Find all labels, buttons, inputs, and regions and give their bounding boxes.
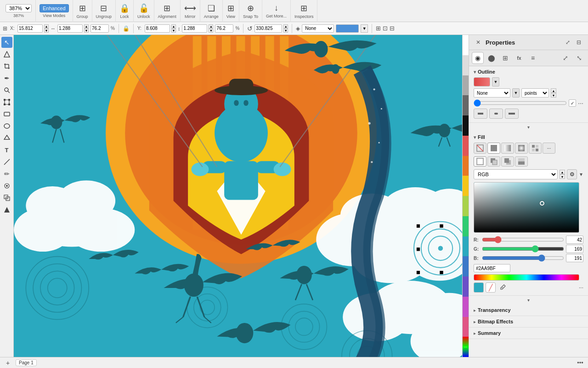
outline-color-dd-button[interactable]: ▼: [492, 77, 499, 86]
panel-widen-button[interactable]: ⤢: [560, 52, 571, 64]
swatch-orange[interactable]: [463, 156, 469, 176]
color-model-up-button[interactable]: ▲: [560, 170, 565, 174]
pen-tool-button[interactable]: ✒: [1, 73, 12, 84]
y-down-button[interactable]: ▼: [171, 29, 176, 33]
outline-sync-button[interactable]: ✓: [569, 99, 576, 107]
paint-tool-button[interactable]: [1, 180, 12, 191]
transform-tool-button[interactable]: [1, 97, 12, 108]
swatch-magenta[interactable]: [463, 297, 469, 317]
fill-current-swatch[interactable]: [474, 282, 484, 293]
panel-collapse-button[interactable]: ⊟: [574, 38, 583, 47]
y-input[interactable]: [145, 24, 170, 33]
rotate-input[interactable]: [254, 24, 282, 33]
outline-unit-down-button[interactable]: ▼: [551, 93, 556, 98]
swatch-green[interactable]: [463, 216, 469, 236]
width-up-button[interactable]: ▲: [84, 24, 89, 29]
alignment-button[interactable]: ⊞ Alignment: [154, 0, 181, 22]
transparency-section[interactable]: ▸ Transparency: [469, 305, 588, 316]
color-gradient[interactable]: [474, 182, 579, 233]
height-input[interactable]: [182, 24, 207, 33]
width-input[interactable]: [57, 24, 83, 33]
cap-round-button[interactable]: [489, 109, 503, 119]
fill-none-button[interactable]: [474, 143, 486, 154]
pointer-tool-button[interactable]: ↖: [1, 37, 12, 48]
b-input[interactable]: [566, 254, 583, 262]
ungroup-button[interactable]: ⊟ Ungroup: [92, 0, 116, 22]
pixel-icon[interactable]: ⊡: [383, 25, 388, 32]
color-settings-button[interactable]: ⚙: [567, 169, 577, 179]
rotate-up-button[interactable]: ▲: [283, 24, 288, 29]
fill-sub-evenodd-button[interactable]: [487, 156, 500, 167]
fill-sub-alt1-button[interactable]: [501, 156, 514, 167]
inspectors-button[interactable]: ⊞ Inspectors: [291, 0, 318, 22]
swatch-black[interactable]: [463, 115, 469, 136]
fill-radial-button[interactable]: [515, 143, 528, 154]
width-down-button[interactable]: ▼: [84, 29, 89, 33]
x-down-button[interactable]: ▼: [44, 29, 49, 33]
transform-options-icon[interactable]: ⊞: [376, 25, 381, 32]
height-spinner[interactable]: ▲ ▼: [209, 24, 213, 33]
text-tool-button[interactable]: T: [1, 144, 12, 155]
swatch-gray[interactable]: [463, 75, 469, 96]
outline-width-slider[interactable]: [474, 100, 567, 106]
swatch-pink[interactable]: [463, 317, 469, 337]
rect-tool-button[interactable]: [1, 109, 12, 120]
add-page-button[interactable]: +: [4, 359, 12, 367]
arrange-button[interactable]: ❏ Arrange: [200, 0, 223, 22]
fill-flat-button[interactable]: [487, 143, 500, 154]
swatch-darkgray[interactable]: [463, 95, 469, 115]
height-up-button[interactable]: ▲: [209, 24, 213, 29]
fill-color-swatch-toolbar[interactable]: [336, 24, 359, 33]
spectrum-bar[interactable]: [474, 274, 579, 281]
group-button[interactable]: ⊞ Group: [73, 0, 92, 22]
bitmap-effects-section[interactable]: ▸ Bitmap Effects: [469, 316, 588, 328]
outline-unit-spinner[interactable]: ▲ ▼: [551, 88, 556, 98]
x-up-button[interactable]: ▲: [44, 24, 49, 29]
eyedropper-button[interactable]: [498, 282, 508, 293]
swatch-red[interactable]: [463, 136, 469, 156]
swatch-teal[interactable]: [463, 236, 469, 257]
export-tab[interactable]: ≡: [527, 52, 539, 64]
outline-section-header[interactable]: ▾ Outline: [474, 69, 583, 75]
panel-close-button[interactable]: ✕: [474, 38, 483, 47]
swatch-purple[interactable]: [463, 276, 469, 297]
node-tool-button[interactable]: [1, 49, 12, 60]
canvas-area[interactable]: [14, 35, 469, 357]
outline-type-select[interactable]: None: [474, 88, 510, 98]
width-spinner[interactable]: ▲ ▼: [84, 24, 89, 33]
y-spinner[interactable]: ▲ ▼: [171, 24, 176, 33]
fill-linear-button[interactable]: [501, 143, 514, 154]
fill-more-types-button[interactable]: ···: [543, 143, 555, 154]
outline-type-dd-button[interactable]: ▼: [512, 88, 520, 98]
height-pct-input[interactable]: [215, 24, 233, 33]
crop-tool-button[interactable]: [1, 61, 12, 72]
pencil-tool-button[interactable]: ✏: [1, 168, 12, 179]
fill-bitmap-button[interactable]: [529, 143, 542, 154]
snapping-icon[interactable]: ⊟: [390, 25, 395, 32]
lock-button[interactable]: 🔒 Lock: [116, 0, 134, 22]
polygon-tool-button[interactable]: [1, 132, 12, 144]
fill-sub-normal-button[interactable]: [474, 156, 486, 167]
appearance-tab[interactable]: ◉: [472, 52, 484, 64]
enhanced-mode-button[interactable]: Enhanced: [40, 4, 69, 12]
outline-color-preview[interactable]: [474, 77, 490, 86]
zoom-select[interactable]: 387%: [6, 4, 32, 12]
x-input[interactable]: [17, 24, 43, 33]
view-button[interactable]: ⊞ View: [223, 0, 239, 22]
panel-narrow-button[interactable]: ⤡: [573, 52, 585, 64]
width-pct-input[interactable]: [90, 24, 109, 33]
clone-tool-button[interactable]: [1, 192, 12, 203]
swatch-lightgray[interactable]: [463, 55, 469, 75]
color-options-button[interactable]: ▾: [579, 171, 583, 178]
color-picker[interactable]: [474, 182, 583, 233]
get-more-button[interactable]: ↓ Get More...: [262, 0, 291, 22]
color-model-down-button[interactable]: ▼: [560, 174, 565, 179]
y-up-button[interactable]: ▲: [171, 24, 176, 29]
outline-more-button[interactable]: ···: [578, 99, 583, 107]
zoom-tool-button[interactable]: [1, 85, 12, 96]
cap-square-button[interactable]: [505, 109, 519, 119]
snap-to-button[interactable]: ⊕ Snap To: [239, 0, 262, 22]
color-model-select[interactable]: RGB: [474, 169, 558, 179]
line-tool-button[interactable]: [1, 156, 12, 167]
swatch-more[interactable]: ···: [463, 337, 469, 357]
